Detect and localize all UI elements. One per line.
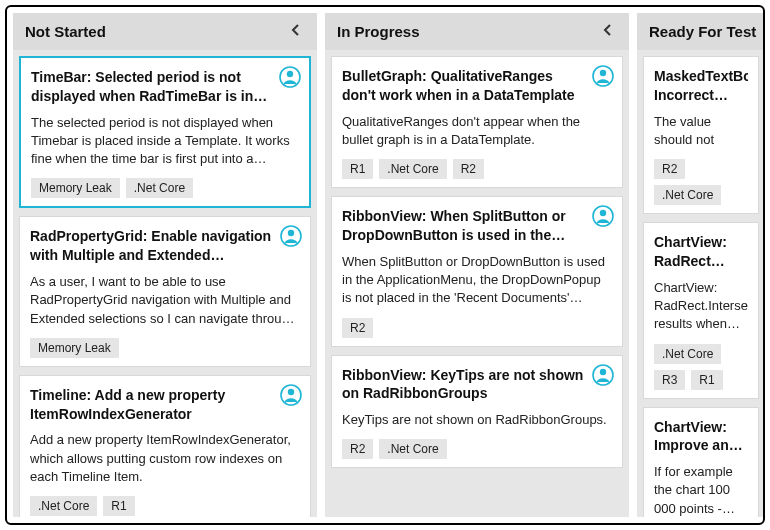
tag[interactable]: .Net Core [30, 496, 97, 516]
card-tags: .Net Core R3 R1 [654, 344, 748, 390]
chevron-left-icon[interactable] [287, 23, 305, 40]
card-title: TimeBar: Selected period is not displaye… [31, 68, 299, 106]
column-body-not-started: TimeBar: Selected period is not displaye… [13, 50, 317, 517]
card-body: The selected period is not displayed whe… [31, 114, 299, 169]
card-tags: .Net Core R1 [30, 496, 300, 516]
column-body-in-progress: BulletGraph: QualitativeRanges don't wor… [325, 50, 629, 517]
card-title: ChartView: Improve and light line rende [654, 418, 748, 456]
tag[interactable]: .Net Core [654, 344, 721, 364]
card-timeline[interactable]: Timeline: Add a new property ItemRowInde… [19, 375, 311, 517]
card-radpropertygrid[interactable]: RadPropertyGrid: Enable navigation with … [19, 216, 311, 366]
tag[interactable]: R2 [453, 159, 484, 179]
svg-point-9 [600, 210, 606, 216]
column-title: Not Started [25, 23, 106, 40]
card-title: BulletGraph: QualitativeRanges don't wor… [342, 67, 612, 105]
card-ribbon-split[interactable]: RibbonView: When SplitButton or DropDown… [331, 196, 623, 346]
card-chartview-radrect[interactable]: ChartView: RadRect incorrect results Cha… [643, 222, 759, 398]
card-body: The value should not [654, 113, 748, 149]
tag[interactable]: R3 [654, 370, 685, 390]
card-body: If for example the chart 100 000 points … [654, 463, 748, 517]
column-title: Ready For Test [649, 23, 756, 40]
kanban-board: Not Started TimeBar: Selected period is … [5, 5, 765, 525]
card-timebar[interactable]: TimeBar: Selected period is not displaye… [19, 56, 311, 208]
tag[interactable]: R1 [691, 370, 722, 390]
column-header-not-started[interactable]: Not Started [13, 13, 317, 50]
column-body-ready-for-test: MaskedTextBox: Incorrect value is displa… [637, 50, 765, 517]
tag[interactable]: .Net Core [379, 159, 446, 179]
card-body: When SplitButton or DropDownButton is us… [342, 253, 612, 308]
card-tags: R2 .Net Core [342, 439, 612, 459]
column-not-started: Not Started TimeBar: Selected period is … [13, 13, 317, 517]
card-body: KeyTips are not shown on RadRibbonGroups… [342, 411, 612, 429]
tag[interactable]: R1 [103, 496, 134, 516]
card-body: ChartView: RadRect.Intersect results whe… [654, 279, 748, 334]
card-title: RibbonView: When SplitButton or DropDown… [342, 207, 612, 245]
card-title: ChartView: RadRect incorrect results [654, 233, 748, 271]
column-header-ready-for-test[interactable]: Ready For Test [637, 13, 765, 50]
user-icon [592, 364, 614, 390]
tag[interactable]: Memory Leak [30, 338, 119, 358]
column-title: In Progress [337, 23, 420, 40]
card-tags: R2 [342, 318, 612, 338]
card-maskedtextbox[interactable]: MaskedTextBox: Incorrect value is displa… [643, 56, 759, 214]
card-bulletgraph[interactable]: BulletGraph: QualitativeRanges don't wor… [331, 56, 623, 188]
card-tags: Memory Leak [30, 338, 300, 358]
tag[interactable]: R2 [342, 439, 373, 459]
card-chartview-improve[interactable]: ChartView: Improve and light line rende … [643, 407, 759, 518]
user-icon [279, 66, 301, 92]
card-tags: R1 .Net Core R2 [342, 159, 612, 179]
chevron-left-icon[interactable] [599, 23, 617, 40]
card-title: RibbonView: KeyTips are not shown on Rad… [342, 366, 612, 404]
user-icon [280, 384, 302, 410]
card-body: Add a new property ItemRowIndexGenerator… [30, 431, 300, 486]
card-tags: R2 .Net Core [654, 159, 748, 205]
tag[interactable]: R2 [654, 159, 685, 179]
svg-point-11 [600, 368, 606, 374]
user-icon [592, 65, 614, 91]
tag[interactable]: .Net Core [379, 439, 446, 459]
user-icon [592, 205, 614, 231]
column-ready-for-test: Ready For Test MaskedTextBox: Incorrect … [637, 13, 765, 517]
column-header-in-progress[interactable]: In Progress [325, 13, 629, 50]
card-ribbon-keytips[interactable]: RibbonView: KeyTips are not shown on Rad… [331, 355, 623, 469]
tag[interactable]: .Net Core [654, 185, 721, 205]
tag[interactable]: R1 [342, 159, 373, 179]
card-body: As a user, I want to be able to use RadP… [30, 273, 300, 328]
user-icon [280, 225, 302, 251]
card-tags: Memory Leak .Net Core [31, 178, 299, 198]
card-title: Timeline: Add a new property ItemRowInde… [30, 386, 300, 424]
column-in-progress: In Progress BulletGraph: QualitativeRang… [325, 13, 629, 517]
card-title: MaskedTextBox: Incorrect value is displa… [654, 67, 748, 105]
tag[interactable]: R2 [342, 318, 373, 338]
tag[interactable]: .Net Core [126, 178, 193, 198]
card-title: RadPropertyGrid: Enable navigation with … [30, 227, 300, 265]
svg-point-1 [287, 71, 293, 77]
svg-point-3 [288, 230, 294, 236]
svg-point-7 [600, 70, 606, 76]
svg-point-5 [288, 388, 294, 394]
tag[interactable]: Memory Leak [31, 178, 120, 198]
card-body: QualitativeRanges don't appear when the … [342, 113, 612, 149]
